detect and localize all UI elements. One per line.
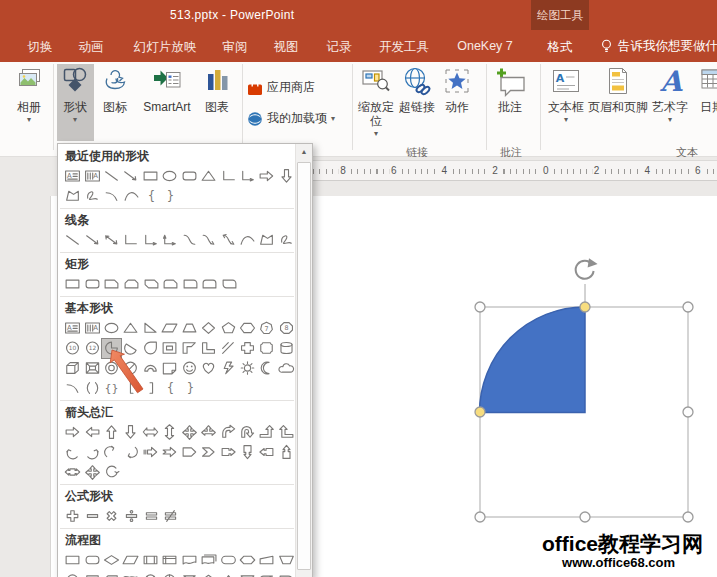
curved-down-arrow-shape-icon[interactable] <box>102 443 121 462</box>
sun-shape-icon[interactable] <box>238 359 257 378</box>
off-page-connector-shape-icon[interactable] <box>82 571 101 577</box>
left-right-arrow-shape-icon[interactable] <box>141 423 160 442</box>
dodecagon-shape-icon[interactable]: 12 <box>82 339 101 358</box>
collate-shape-icon[interactable] <box>180 571 199 577</box>
right-triangle-shape-icon[interactable] <box>141 319 160 338</box>
down-arrow-shape-icon[interactable] <box>277 167 296 186</box>
isosceles-triangle-shape-icon[interactable] <box>199 167 218 186</box>
line-double-arrow-shape-icon[interactable] <box>102 231 121 250</box>
header-footer-button[interactable]: 页眉和页脚 <box>582 66 654 114</box>
vertical-text-box-shape-icon[interactable]: A <box>82 319 101 338</box>
l-shape-shape-icon[interactable] <box>199 339 218 358</box>
cube-shape-icon[interactable] <box>63 359 82 378</box>
selection-handle[interactable] <box>683 407 693 417</box>
oval-shape-icon[interactable] <box>102 319 121 338</box>
predefined-process-shape-icon[interactable] <box>141 551 160 570</box>
summing-junction-shape-icon[interactable] <box>141 571 160 577</box>
stored-data-shape-icon[interactable] <box>257 571 276 577</box>
tab-5[interactable]: 记录 <box>327 39 352 56</box>
adjust-handle[interactable] <box>475 407 485 417</box>
round-same-side-corner-rectangle-shape-icon[interactable] <box>200 275 220 294</box>
scrollbar-up-button[interactable]: ▲ <box>296 144 312 160</box>
circular-arrow-shape-icon[interactable] <box>102 463 122 482</box>
tab-4[interactable]: 视图 <box>274 39 299 56</box>
vertical-text-box-shape-icon[interactable]: A <box>82 167 101 186</box>
adjust-handle[interactable] <box>580 302 590 312</box>
action-button[interactable]: 动作 <box>438 66 476 114</box>
preparation-shape-icon[interactable] <box>238 551 257 570</box>
minus-shape-icon[interactable] <box>83 507 103 526</box>
line-arrow-shape-icon[interactable] <box>82 231 101 250</box>
can-shape-icon[interactable] <box>277 339 296 358</box>
tab-format[interactable]: 格式 <box>548 39 573 56</box>
frame-shape-icon[interactable] <box>160 339 179 358</box>
down-arrow-callout-shape-icon[interactable] <box>238 443 257 462</box>
double-bracket-shape-icon[interactable] <box>83 379 103 398</box>
rectangle-shape-icon[interactable] <box>63 275 83 294</box>
card-shape-icon[interactable] <box>102 571 121 577</box>
curved-arrow-connector-shape-icon[interactable] <box>199 231 218 250</box>
selection-handle[interactable] <box>683 512 693 522</box>
block-arc-shape-icon[interactable] <box>141 359 160 378</box>
rounded-rectangle-shape-icon[interactable] <box>180 167 199 186</box>
smiley-face-shape-icon[interactable] <box>180 359 199 378</box>
cloud-shape-icon[interactable] <box>277 359 296 378</box>
data-shape-icon[interactable] <box>121 551 140 570</box>
division-shape-icon[interactable] <box>122 507 142 526</box>
bent-up-arrow-shape-icon[interactable] <box>257 423 276 442</box>
equal-shape-icon[interactable] <box>141 507 161 526</box>
pie-shape-icon[interactable] <box>102 339 121 358</box>
quad-arrow-callout-shape-icon[interactable] <box>83 463 103 482</box>
up-arrow-callout-shape-icon[interactable] <box>277 443 296 462</box>
curved-left-arrow-shape-icon[interactable] <box>63 443 82 462</box>
left-right-up-arrow-shape-icon[interactable] <box>199 423 218 442</box>
left-brace-shape-icon[interactable]: { <box>161 379 181 398</box>
teardrop-shape-icon[interactable] <box>141 339 160 358</box>
line-shape-icon[interactable] <box>102 167 121 186</box>
curved-connector-shape-icon[interactable] <box>180 231 199 250</box>
delay-shape-icon[interactable] <box>277 571 296 577</box>
curved-right-arrow-shape-icon[interactable] <box>82 443 101 462</box>
lightning-bolt-shape-icon[interactable] <box>218 359 237 378</box>
half-frame-shape-icon[interactable] <box>180 339 199 358</box>
rotate-handle[interactable] <box>576 258 598 279</box>
left-right-arrow-callout-shape-icon[interactable] <box>63 463 83 482</box>
snip-same-side-corner-rectangle-shape-icon[interactable] <box>122 275 142 294</box>
plaque-shape-icon[interactable] <box>257 339 276 358</box>
striped-right-arrow-shape-icon[interactable] <box>141 443 160 462</box>
smartart-button[interactable]: SmartArt <box>135 66 199 114</box>
diagonal-stripe-shape-icon[interactable] <box>218 339 237 358</box>
tab-7[interactable]: OneKey 7 <box>457 39 513 53</box>
process-shape-icon[interactable] <box>63 551 82 570</box>
round-diagonal-corner-rectangle-shape-icon[interactable] <box>220 275 240 294</box>
terminator-shape-icon[interactable] <box>218 551 237 570</box>
arc-shape-icon[interactable] <box>63 379 83 398</box>
selection-handle[interactable] <box>475 302 485 312</box>
elbow-arrow-connector-shape-icon[interactable] <box>238 167 257 186</box>
snip-and-round-single-corner-rectangle-shape-icon[interactable] <box>161 275 181 294</box>
moon-shape-icon[interactable] <box>257 359 276 378</box>
snip-single-corner-rectangle-shape-icon[interactable] <box>102 275 122 294</box>
freeform-shape-icon[interactable] <box>63 187 83 206</box>
chord-shape-icon[interactable] <box>121 339 140 358</box>
manual-input-shape-icon[interactable] <box>257 551 276 570</box>
oval-shape-icon[interactable] <box>160 167 179 186</box>
folded-corner-shape-icon[interactable] <box>160 359 179 378</box>
or-shape-icon[interactable] <box>160 571 179 577</box>
decision-shape-icon[interactable] <box>102 551 121 570</box>
elbow-connector-shape-icon[interactable] <box>121 231 140 250</box>
selection-handle[interactable] <box>475 512 485 522</box>
selection-handle[interactable] <box>683 302 693 312</box>
donut-shape-icon[interactable] <box>102 359 121 378</box>
hexagon-shape-icon[interactable] <box>238 319 257 338</box>
manual-operation-shape-icon[interactable] <box>277 551 296 570</box>
merge-shape-icon[interactable] <box>238 571 257 577</box>
trapezoid-shape-icon[interactable] <box>180 319 199 338</box>
scrollbar-thumb[interactable] <box>297 162 311 570</box>
left-up-arrow-shape-icon[interactable] <box>277 423 296 442</box>
double-brace-shape-icon[interactable]: {} <box>102 379 122 398</box>
heptagon-shape-icon[interactable]: 7 <box>257 319 276 338</box>
left-arrow-callout-shape-icon[interactable] <box>257 443 276 462</box>
cross-shape-icon[interactable] <box>238 339 257 358</box>
multiplication-shape-icon[interactable] <box>102 507 122 526</box>
